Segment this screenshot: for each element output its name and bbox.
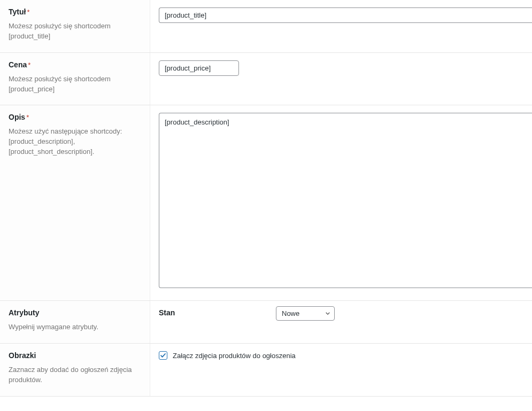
images-desc: Zaznacz aby dodać do ogłoszeń zdjęcia pr… — [9, 365, 141, 385]
description-label: Opis — [9, 113, 25, 121]
field-col-price — [150, 53, 532, 105]
row-attributes: Atrybuty Wypełnij wymagane atrybuty. Sta… — [0, 301, 532, 344]
label-col-images: Obrazki Zaznacz aby dodać do ogłoszeń zd… — [0, 344, 150, 396]
description-desc: Możesz użyć następujące shortcody: [prod… — [9, 127, 141, 157]
label-col-price: Cena* Możesz posłużyć się shortcodem [pr… — [0, 53, 150, 105]
attach-images-row: Załącz zdjęcia produktów do ogłoszenia — [159, 351, 532, 360]
attach-images-label: Załącz zdjęcia produktów do ogłoszenia — [173, 352, 296, 360]
row-title: Tytuł* Możesz posłużyć się shortcodem [p… — [0, 0, 532, 53]
condition-select[interactable]: Nowe — [276, 306, 335, 321]
description-textarea[interactable]: [product_description] — [159, 113, 532, 288]
required-mark: * — [27, 8, 29, 16]
field-col-title — [150, 0, 532, 52]
price-label: Cena — [9, 60, 27, 69]
attribute-name: Stan — [150, 301, 267, 324]
label-col-title: Tytuł* Możesz posłużyć się shortcodem [p… — [0, 0, 150, 52]
title-label: Tytuł — [9, 7, 26, 16]
condition-select-wrap: Nowe — [276, 306, 335, 321]
required-mark: * — [26, 113, 29, 121]
row-description: Opis* Możesz użyć następujące shortcody:… — [0, 105, 532, 301]
check-icon — [160, 352, 166, 359]
attributes-desc: Wypełnij wymagane atrybuty. — [9, 322, 141, 332]
required-mark: * — [28, 61, 30, 69]
field-col-images: Załącz zdjęcia produktów do ogłoszenia — [150, 344, 532, 396]
attach-images-checkbox[interactable] — [159, 351, 167, 360]
label-col-attributes: Atrybuty Wypełnij wymagane atrybuty. — [0, 301, 150, 343]
title-desc: Możesz posłużyć się shortcodem [product_… — [9, 21, 141, 42]
attributes-right: Stan Nowe — [150, 301, 532, 343]
attribute-select-col: Nowe — [267, 301, 532, 326]
row-price: Cena* Możesz posłużyć się shortcodem [pr… — [0, 53, 532, 106]
field-col-description: [product_description] — [150, 105, 532, 300]
row-images: Obrazki Zaznacz aby dodać do ogłoszeń zd… — [0, 344, 532, 397]
attributes-label: Atrybuty — [9, 308, 40, 317]
title-input[interactable] — [159, 7, 532, 23]
label-col-description: Opis* Możesz użyć następujące shortcody:… — [0, 105, 150, 300]
images-label: Obrazki — [9, 351, 36, 360]
price-input[interactable] — [159, 60, 239, 76]
price-desc: Możesz posłużyć się shortcodem [product_… — [9, 74, 141, 95]
